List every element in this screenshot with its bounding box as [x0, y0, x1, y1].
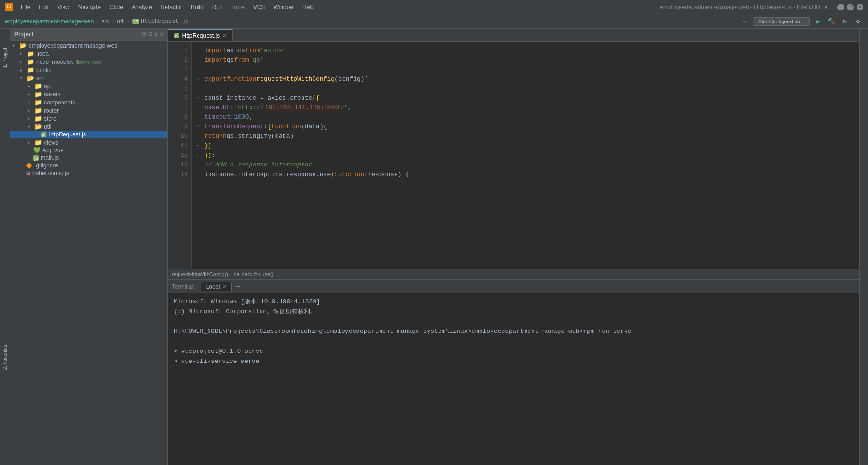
tree-item-httprequest[interactable]: jsHttpRequest.js: [10, 131, 167, 138]
tree-item-label-components: components: [44, 99, 75, 106]
fold-arrow-12[interactable]: ▸: [197, 151, 202, 160]
more-button[interactable]: ⚙: [853, 16, 863, 27]
run-button[interactable]: ▶: [813, 16, 823, 27]
tree-item-label-util: util: [44, 124, 51, 130]
menu-edit[interactable]: Edit: [35, 3, 52, 11]
code-line-9[interactable]: ▾ transformRequest: [function (data) {: [197, 122, 859, 132]
menu-window[interactable]: Window: [270, 3, 298, 11]
tree-item-root[interactable]: ▾📂employeedepartment-manage-web: [10, 41, 167, 50]
code-line-13[interactable]: // Add a response interceptor: [197, 160, 859, 170]
fold-arrow-4[interactable]: ▾: [197, 74, 202, 84]
sidebar-strip-right: [859, 29, 868, 465]
tree-item-router[interactable]: ▸📁router: [10, 106, 167, 114]
code-line-5[interactable]: [197, 84, 859, 93]
code-line-2[interactable]: import qs from 'qs': [197, 55, 859, 65]
tree-item-public[interactable]: ▸📁public: [10, 66, 167, 74]
folder-icon-router: 📁: [34, 107, 42, 114]
tab-httprequest[interactable]: js HttpRequest.js ✕: [168, 29, 233, 41]
menu-code[interactable]: Code: [105, 3, 127, 11]
line-number-6: 6: [168, 93, 191, 103]
tree-item-gitignore[interactable]: 🔶.gitignore: [10, 162, 167, 169]
sync-icon[interactable]: ⟳: [142, 31, 147, 38]
tree-item-idea[interactable]: ▸📁.idea: [10, 50, 167, 58]
menu-refactor[interactable]: Refactor: [157, 3, 186, 11]
breadcrumb-file[interactable]: js HttpRequest.js: [132, 18, 189, 25]
terminal-line: (c) Microsoft Corporation。保留所有权利。: [174, 307, 854, 317]
code-line-14[interactable]: instance.interceptors.response.use(funct…: [197, 170, 859, 179]
line-number-1: 1: [168, 46, 191, 55]
settings-icon[interactable]: ⚙: [154, 31, 158, 38]
terminal-content[interactable]: Microsoft Windows [版本 10.0.19044.1889](c…: [168, 293, 859, 465]
tree-item-appvue[interactable]: 💚App.vue: [10, 146, 167, 154]
code-line-7[interactable]: baseURL: 'http://192.168.111.135:8080/',: [197, 103, 859, 113]
breadcrumb-src[interactable]: src: [102, 18, 109, 25]
menu-help[interactable]: Help: [299, 3, 318, 11]
tree-item-mainjs[interactable]: jsmain.js: [10, 154, 167, 162]
tree-item-src[interactable]: ▾📂src: [10, 74, 167, 82]
js-icon-httprequest: js: [41, 132, 46, 137]
code-line-3[interactable]: [197, 65, 859, 74]
editor-tab-bar: js HttpRequest.js ✕: [168, 29, 859, 42]
terminal-tab-close[interactable]: ✕: [222, 283, 227, 289]
code-line-12[interactable]: ▸ });: [197, 151, 859, 160]
code-editor[interactable]: 1234567891011121314 import axios from 'a…: [168, 42, 859, 269]
code-line-10[interactable]: return qs.stringify(data): [197, 132, 859, 141]
bc-arrow-1: ›: [230, 271, 232, 277]
back-button[interactable]: ←: [740, 16, 750, 27]
terminal-tab-local[interactable]: Local ✕: [201, 282, 232, 291]
line-numbers: 1234567891011121314: [168, 42, 192, 269]
tree-item-components[interactable]: ▸📁components: [10, 98, 167, 106]
favorites-strip-label[interactable]: 2: Favorites: [2, 345, 8, 370]
project-header-icons: ⟳ ⊟ ⚙ ✕: [142, 31, 164, 38]
tree-item-label-router: router: [44, 107, 59, 114]
terminal-add-button[interactable]: +: [236, 283, 240, 290]
menu-view[interactable]: View: [53, 3, 73, 11]
tree-item-views[interactable]: ▸📁views: [10, 138, 167, 146]
menu-navigate[interactable]: Navigate: [74, 3, 105, 11]
bc-function[interactable]: requestHttpWithConfig(): [172, 271, 228, 277]
code-line-4[interactable]: ▾export function requestHttpWithConfig(c…: [197, 74, 859, 84]
breadcrumb-project[interactable]: employeedepartment-manage-web: [5, 18, 94, 25]
code-line-8[interactable]: timeout: 1000,: [197, 113, 859, 122]
reload-button[interactable]: ↻: [839, 16, 850, 27]
terminal-panel: Terminal: Local ✕ + Microsoft Windows [版…: [168, 279, 859, 465]
code-content[interactable]: import axios from 'axios' import qs from…: [192, 42, 859, 269]
tree-item-label-store: store: [44, 115, 57, 122]
code-line-6[interactable]: ▾ const instance = axios.create({: [197, 93, 859, 103]
menu-analyze[interactable]: Analyze: [128, 3, 156, 11]
menu-build[interactable]: Build: [187, 3, 208, 11]
tree-item-api[interactable]: ▸📁api: [10, 82, 167, 90]
fold-arrow-9[interactable]: ▾: [197, 122, 202, 132]
folder-icon-views: 📁: [34, 139, 42, 146]
tree-item-babelconfig[interactable]: ⚙babel.config.js: [10, 169, 167, 177]
tree-item-assets[interactable]: ▸📁assets: [10, 90, 167, 98]
tree-item-node_modules[interactable]: ▸📁node_modules library root: [10, 58, 167, 66]
project-strip-label[interactable]: 1: Project: [2, 48, 8, 68]
tab-close-button[interactable]: ✕: [222, 32, 227, 39]
menu-vcs[interactable]: VCS: [250, 3, 269, 11]
menu-file[interactable]: File: [17, 3, 34, 11]
line-number-11: 11: [168, 141, 191, 151]
hide-icon[interactable]: ✕: [160, 31, 164, 38]
collapse-icon[interactable]: ⊟: [149, 31, 153, 38]
minimize-button[interactable]: ─: [837, 4, 844, 10]
fold-arrow-11[interactable]: ▸: [197, 141, 202, 151]
close-button[interactable]: ✕: [857, 4, 863, 10]
fold-arrow-6[interactable]: ▾: [197, 93, 202, 103]
folder-icon-public: 📁: [27, 66, 34, 73]
menu-run[interactable]: Run: [209, 3, 227, 11]
breadcrumb-util[interactable]: util: [117, 18, 124, 25]
maximize-button[interactable]: □: [847, 4, 854, 10]
tree-item-label-assets: assets: [44, 91, 61, 98]
js-icon: js: [132, 19, 139, 24]
bc-callback[interactable]: callback for use(): [234, 271, 274, 277]
line-number-3: 3: [168, 65, 191, 74]
tree-item-util[interactable]: ▾📂util: [10, 123, 167, 131]
build-button[interactable]: 🔨: [826, 16, 837, 27]
menu-tools[interactable]: Tools: [228, 3, 249, 11]
code-line-1[interactable]: import axios from 'axios': [197, 46, 859, 55]
code-line-11[interactable]: ▸ }]: [197, 141, 859, 151]
editor-area: js HttpRequest.js ✕ 1234567891011121314 …: [168, 29, 859, 279]
add-configuration-button[interactable]: Add Configuration...: [753, 17, 810, 26]
tree-item-store[interactable]: ▸📁store: [10, 114, 167, 123]
